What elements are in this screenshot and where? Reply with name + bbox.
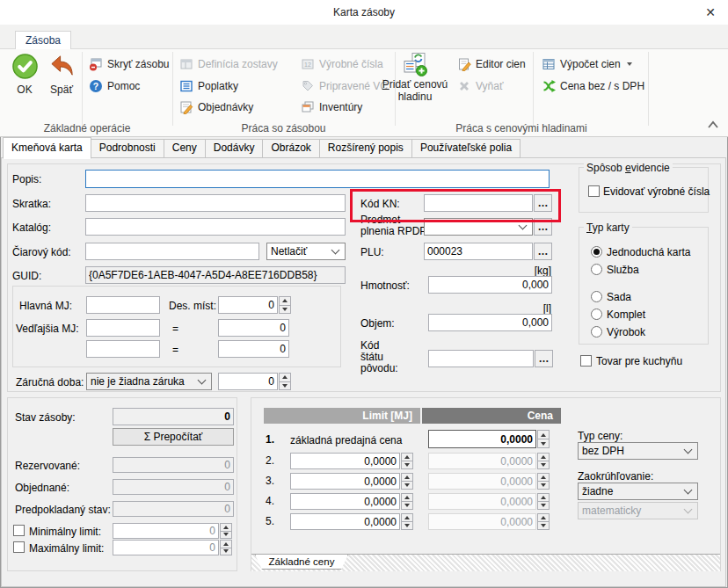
- spinner-down-button[interactable]: [279, 381, 291, 391]
- limit-input[interactable]: [290, 473, 400, 490]
- basic-prices-tab[interactable]: Základné ceny: [255, 555, 348, 570]
- limit-spinner[interactable]: [401, 453, 413, 469]
- back-button[interactable]: Späť: [42, 53, 81, 96]
- price-spinner[interactable]: [537, 513, 550, 530]
- spinner-down-button[interactable]: [220, 531, 232, 540]
- katalog-input[interactable]: [85, 218, 346, 236]
- tab-dodavky[interactable]: Dodávky: [206, 139, 264, 158]
- secondary-unit-1-input[interactable]: [86, 319, 160, 337]
- reserved-label: Rezervované:: [15, 460, 80, 472]
- tab-ceny[interactable]: Ceny: [164, 139, 206, 158]
- decimal-places-spinner[interactable]: [279, 296, 291, 314]
- price-input[interactable]: [428, 430, 536, 448]
- main-unit-input[interactable]: [86, 296, 160, 314]
- ribbon-tab-zasoba[interactable]: Zásoba: [15, 31, 71, 49]
- barcode-input[interactable]: [85, 243, 259, 260]
- secondary-unit-1-ratio-input[interactable]: [218, 319, 289, 337]
- secondary-unit-2-input[interactable]: [86, 340, 160, 358]
- warranty-spinner[interactable]: [279, 373, 291, 390]
- radio-set[interactable]: [591, 291, 602, 302]
- radio-simple-card[interactable]: [591, 246, 602, 258]
- plu-input[interactable]: [424, 243, 533, 260]
- radio-service[interactable]: [591, 264, 602, 275]
- min-limit-input[interactable]: [113, 523, 219, 539]
- limit-input[interactable]: [290, 453, 400, 469]
- secondary-unit-2-ratio-input[interactable]: [218, 340, 289, 358]
- price-spinner[interactable]: [537, 473, 550, 490]
- skratka-input[interactable]: [85, 194, 346, 212]
- radio-product[interactable]: [591, 326, 602, 338]
- ribbon-collapse-icon[interactable]: [705, 118, 721, 132]
- warranty-select[interactable]: nie je žiadna záruka: [86, 373, 212, 390]
- kn-code-input[interactable]: [424, 194, 533, 212]
- fees-button[interactable]: Poplatky: [179, 78, 238, 94]
- arrow-down-icon: [404, 483, 410, 487]
- tab-rozsireny-popis[interactable]: Rozšírený popis: [320, 139, 412, 158]
- price-type-select[interactable]: bez DPH: [578, 442, 698, 460]
- spinner-down-button[interactable]: [401, 461, 413, 469]
- barcode-print-select[interactable]: Netlačiť: [266, 243, 346, 260]
- max-limit-spinner[interactable]: [220, 540, 232, 555]
- spinner-down-button[interactable]: [537, 481, 550, 490]
- svg-text:?: ?: [93, 81, 98, 91]
- arrow-up-icon: [223, 526, 229, 529]
- spinner-down-button[interactable]: [401, 481, 413, 490]
- kitchen-goods-checkbox[interactable]: [580, 355, 592, 367]
- price-spinner[interactable]: [537, 453, 550, 469]
- price-spinner[interactable]: [537, 493, 550, 510]
- limit-input[interactable]: [290, 493, 400, 510]
- recalculate-button[interactable]: Σ Prepočítať: [113, 428, 234, 446]
- radio-complete[interactable]: [591, 309, 602, 320]
- spinner-down-button[interactable]: [401, 501, 413, 510]
- rpdp-label: Predmetplnenia RPDP:: [360, 214, 430, 237]
- tab-kmenova-karta[interactable]: Kmeňová karta: [3, 137, 91, 159]
- inventories-button[interactable]: Inventúry: [301, 99, 362, 115]
- max-limit-checkbox[interactable]: [13, 541, 25, 553]
- spinner-down-button[interactable]: [537, 501, 550, 510]
- radio-set-label: Sada: [607, 291, 631, 303]
- volume-input[interactable]: [428, 314, 552, 331]
- price-calculation-button[interactable]: Výpočet cien: [542, 56, 632, 72]
- tab-obrazok[interactable]: Obrázok: [263, 139, 319, 158]
- spinner-down-button[interactable]: [537, 461, 550, 469]
- serial-evidence-checkbox[interactable]: [588, 185, 600, 197]
- price-spinner[interactable]: [537, 430, 550, 448]
- price-editor-button[interactable]: Editor cien: [457, 56, 526, 72]
- rounding-select[interactable]: žiadne: [578, 483, 698, 500]
- decimal-places-input[interactable]: [218, 296, 278, 314]
- max-limit-input[interactable]: [113, 540, 219, 555]
- weight-input[interactable]: [428, 276, 552, 294]
- orders-label: Objednávky: [198, 101, 253, 113]
- min-limit-checkbox[interactable]: [13, 525, 25, 536]
- spinner-down-button[interactable]: [279, 305, 291, 315]
- min-limit-spinner[interactable]: [220, 523, 232, 539]
- ribbon-separator: [533, 52, 534, 126]
- orders-button[interactable]: Objednávky: [179, 99, 253, 115]
- price-vat-toggle-button[interactable]: Cena bez / s DPH: [542, 78, 644, 94]
- popis-input[interactable]: [85, 170, 550, 188]
- origin-country-input[interactable]: [428, 350, 534, 367]
- rpdp-select[interactable]: [424, 218, 533, 236]
- plu-browse-button[interactable]: …: [534, 243, 552, 260]
- limit-spinner[interactable]: [401, 493, 413, 510]
- weight-label: Hmotnosť:: [360, 279, 410, 292]
- rpdp-browse-button[interactable]: …: [534, 218, 552, 236]
- kn-code-browse-button[interactable]: …: [534, 194, 552, 212]
- warranty-length-input[interactable]: [218, 373, 278, 390]
- chevron-down-icon: [684, 446, 693, 454]
- spinner-down-button[interactable]: [401, 521, 413, 530]
- tab-podrobnosti[interactable]: Podrobnosti: [91, 139, 164, 158]
- limit-spinner[interactable]: [401, 473, 413, 490]
- hide-stock-button[interactable]: Skryť zásobu: [89, 56, 170, 72]
- origin-country-browse-button[interactable]: …: [535, 350, 553, 367]
- add-price-level-button[interactable]: Pridať cenovú hladinu: [373, 52, 457, 103]
- ok-button[interactable]: OK: [5, 53, 44, 96]
- spinner-down-button[interactable]: [537, 521, 550, 530]
- limit-input[interactable]: [290, 513, 400, 530]
- spinner-down-button[interactable]: [220, 548, 232, 556]
- limit-spinner[interactable]: [401, 513, 413, 530]
- close-icon[interactable]: ✕: [702, 4, 719, 20]
- help-button[interactable]: ? Pomoc: [89, 78, 140, 94]
- tab-pouzivatelske-polia[interactable]: Používateľské polia: [412, 139, 521, 158]
- spinner-down-button[interactable]: [537, 439, 550, 448]
